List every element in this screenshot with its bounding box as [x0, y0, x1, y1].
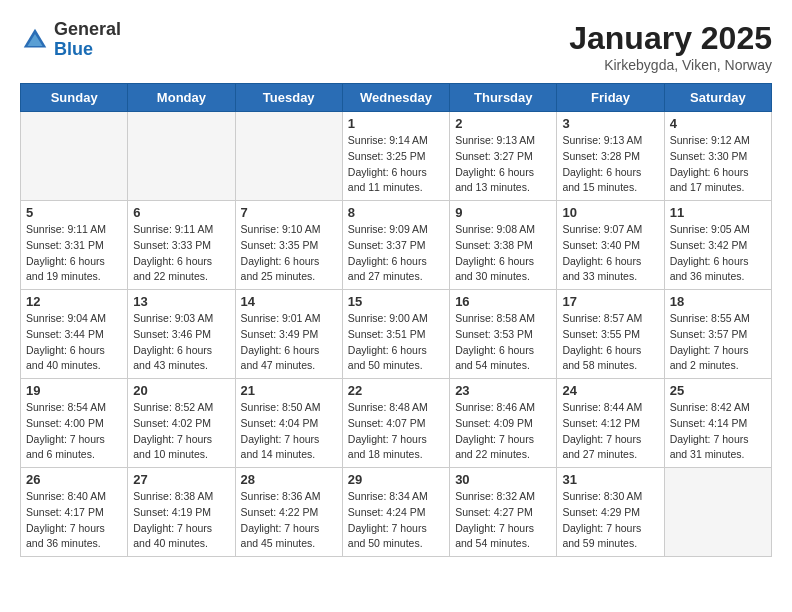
calendar-cell: 2Sunrise: 9:13 AM Sunset: 3:27 PM Daylig… [450, 112, 557, 201]
day-number: 19 [26, 383, 122, 398]
calendar-cell [235, 112, 342, 201]
day-number: 1 [348, 116, 444, 131]
calendar-subtitle: Kirkebygda, Viken, Norway [569, 57, 772, 73]
title-block: January 2025 Kirkebygda, Viken, Norway [569, 20, 772, 73]
day-number: 21 [241, 383, 337, 398]
day-number: 17 [562, 294, 658, 309]
day-number: 3 [562, 116, 658, 131]
day-number: 22 [348, 383, 444, 398]
day-info: Sunrise: 8:46 AM Sunset: 4:09 PM Dayligh… [455, 400, 551, 463]
day-number: 7 [241, 205, 337, 220]
day-info: Sunrise: 9:00 AM Sunset: 3:51 PM Dayligh… [348, 311, 444, 374]
day-info: Sunrise: 9:10 AM Sunset: 3:35 PM Dayligh… [241, 222, 337, 285]
day-number: 14 [241, 294, 337, 309]
calendar-cell [21, 112, 128, 201]
calendar-cell: 18Sunrise: 8:55 AM Sunset: 3:57 PM Dayli… [664, 290, 771, 379]
calendar-cell: 14Sunrise: 9:01 AM Sunset: 3:49 PM Dayli… [235, 290, 342, 379]
day-info: Sunrise: 9:03 AM Sunset: 3:46 PM Dayligh… [133, 311, 229, 374]
calendar-cell: 3Sunrise: 9:13 AM Sunset: 3:28 PM Daylig… [557, 112, 664, 201]
day-info: Sunrise: 8:32 AM Sunset: 4:27 PM Dayligh… [455, 489, 551, 552]
day-info: Sunrise: 9:05 AM Sunset: 3:42 PM Dayligh… [670, 222, 766, 285]
calendar-cell [664, 468, 771, 557]
calendar-cell: 1Sunrise: 9:14 AM Sunset: 3:25 PM Daylig… [342, 112, 449, 201]
day-info: Sunrise: 9:12 AM Sunset: 3:30 PM Dayligh… [670, 133, 766, 196]
weekday-row: SundayMondayTuesdayWednesdayThursdayFrid… [21, 84, 772, 112]
weekday-header-thursday: Thursday [450, 84, 557, 112]
calendar-table: SundayMondayTuesdayWednesdayThursdayFrid… [20, 83, 772, 557]
day-number: 15 [348, 294, 444, 309]
calendar-cell: 22Sunrise: 8:48 AM Sunset: 4:07 PM Dayli… [342, 379, 449, 468]
day-info: Sunrise: 8:57 AM Sunset: 3:55 PM Dayligh… [562, 311, 658, 374]
day-info: Sunrise: 8:34 AM Sunset: 4:24 PM Dayligh… [348, 489, 444, 552]
day-info: Sunrise: 9:11 AM Sunset: 3:33 PM Dayligh… [133, 222, 229, 285]
weekday-header-monday: Monday [128, 84, 235, 112]
logo-general: General [54, 20, 121, 40]
calendar-cell: 11Sunrise: 9:05 AM Sunset: 3:42 PM Dayli… [664, 201, 771, 290]
day-info: Sunrise: 9:08 AM Sunset: 3:38 PM Dayligh… [455, 222, 551, 285]
logo-text: General Blue [54, 20, 121, 60]
day-info: Sunrise: 8:40 AM Sunset: 4:17 PM Dayligh… [26, 489, 122, 552]
day-info: Sunrise: 9:09 AM Sunset: 3:37 PM Dayligh… [348, 222, 444, 285]
calendar-cell: 13Sunrise: 9:03 AM Sunset: 3:46 PM Dayli… [128, 290, 235, 379]
calendar-cell: 5Sunrise: 9:11 AM Sunset: 3:31 PM Daylig… [21, 201, 128, 290]
calendar-header: SundayMondayTuesdayWednesdayThursdayFrid… [21, 84, 772, 112]
day-info: Sunrise: 9:13 AM Sunset: 3:28 PM Dayligh… [562, 133, 658, 196]
day-info: Sunrise: 8:54 AM Sunset: 4:00 PM Dayligh… [26, 400, 122, 463]
calendar-cell [128, 112, 235, 201]
day-info: Sunrise: 9:07 AM Sunset: 3:40 PM Dayligh… [562, 222, 658, 285]
calendar-cell: 6Sunrise: 9:11 AM Sunset: 3:33 PM Daylig… [128, 201, 235, 290]
day-info: Sunrise: 9:11 AM Sunset: 3:31 PM Dayligh… [26, 222, 122, 285]
day-number: 28 [241, 472, 337, 487]
day-info: Sunrise: 9:13 AM Sunset: 3:27 PM Dayligh… [455, 133, 551, 196]
day-number: 30 [455, 472, 551, 487]
calendar-cell: 19Sunrise: 8:54 AM Sunset: 4:00 PM Dayli… [21, 379, 128, 468]
calendar-cell: 21Sunrise: 8:50 AM Sunset: 4:04 PM Dayli… [235, 379, 342, 468]
day-info: Sunrise: 8:48 AM Sunset: 4:07 PM Dayligh… [348, 400, 444, 463]
calendar-cell: 17Sunrise: 8:57 AM Sunset: 3:55 PM Dayli… [557, 290, 664, 379]
day-info: Sunrise: 8:52 AM Sunset: 4:02 PM Dayligh… [133, 400, 229, 463]
day-number: 24 [562, 383, 658, 398]
day-number: 6 [133, 205, 229, 220]
logo: General Blue [20, 20, 121, 60]
weekday-header-saturday: Saturday [664, 84, 771, 112]
day-info: Sunrise: 8:38 AM Sunset: 4:19 PM Dayligh… [133, 489, 229, 552]
day-number: 31 [562, 472, 658, 487]
calendar-cell: 29Sunrise: 8:34 AM Sunset: 4:24 PM Dayli… [342, 468, 449, 557]
week-row-1: 1Sunrise: 9:14 AM Sunset: 3:25 PM Daylig… [21, 112, 772, 201]
day-number: 23 [455, 383, 551, 398]
week-row-5: 26Sunrise: 8:40 AM Sunset: 4:17 PM Dayli… [21, 468, 772, 557]
calendar-cell: 28Sunrise: 8:36 AM Sunset: 4:22 PM Dayli… [235, 468, 342, 557]
day-number: 27 [133, 472, 229, 487]
day-number: 2 [455, 116, 551, 131]
calendar-title: January 2025 [569, 20, 772, 57]
week-row-4: 19Sunrise: 8:54 AM Sunset: 4:00 PM Dayli… [21, 379, 772, 468]
day-number: 20 [133, 383, 229, 398]
day-number: 9 [455, 205, 551, 220]
calendar-cell: 4Sunrise: 9:12 AM Sunset: 3:30 PM Daylig… [664, 112, 771, 201]
logo-icon [20, 25, 50, 55]
calendar-cell: 7Sunrise: 9:10 AM Sunset: 3:35 PM Daylig… [235, 201, 342, 290]
day-info: Sunrise: 8:55 AM Sunset: 3:57 PM Dayligh… [670, 311, 766, 374]
day-number: 26 [26, 472, 122, 487]
day-number: 4 [670, 116, 766, 131]
calendar-cell: 27Sunrise: 8:38 AM Sunset: 4:19 PM Dayli… [128, 468, 235, 557]
day-info: Sunrise: 9:14 AM Sunset: 3:25 PM Dayligh… [348, 133, 444, 196]
calendar-cell: 26Sunrise: 8:40 AM Sunset: 4:17 PM Dayli… [21, 468, 128, 557]
calendar-cell: 23Sunrise: 8:46 AM Sunset: 4:09 PM Dayli… [450, 379, 557, 468]
day-number: 10 [562, 205, 658, 220]
weekday-header-wednesday: Wednesday [342, 84, 449, 112]
calendar-cell: 10Sunrise: 9:07 AM Sunset: 3:40 PM Dayli… [557, 201, 664, 290]
day-info: Sunrise: 8:30 AM Sunset: 4:29 PM Dayligh… [562, 489, 658, 552]
day-info: Sunrise: 8:42 AM Sunset: 4:14 PM Dayligh… [670, 400, 766, 463]
calendar-cell: 31Sunrise: 8:30 AM Sunset: 4:29 PM Dayli… [557, 468, 664, 557]
calendar-cell: 16Sunrise: 8:58 AM Sunset: 3:53 PM Dayli… [450, 290, 557, 379]
logo-blue: Blue [54, 40, 121, 60]
day-number: 8 [348, 205, 444, 220]
calendar-body: 1Sunrise: 9:14 AM Sunset: 3:25 PM Daylig… [21, 112, 772, 557]
calendar-cell: 15Sunrise: 9:00 AM Sunset: 3:51 PM Dayli… [342, 290, 449, 379]
calendar-cell: 12Sunrise: 9:04 AM Sunset: 3:44 PM Dayli… [21, 290, 128, 379]
calendar-cell: 8Sunrise: 9:09 AM Sunset: 3:37 PM Daylig… [342, 201, 449, 290]
calendar-cell: 9Sunrise: 9:08 AM Sunset: 3:38 PM Daylig… [450, 201, 557, 290]
page-header: General Blue January 2025 Kirkebygda, Vi… [20, 20, 772, 73]
week-row-2: 5Sunrise: 9:11 AM Sunset: 3:31 PM Daylig… [21, 201, 772, 290]
